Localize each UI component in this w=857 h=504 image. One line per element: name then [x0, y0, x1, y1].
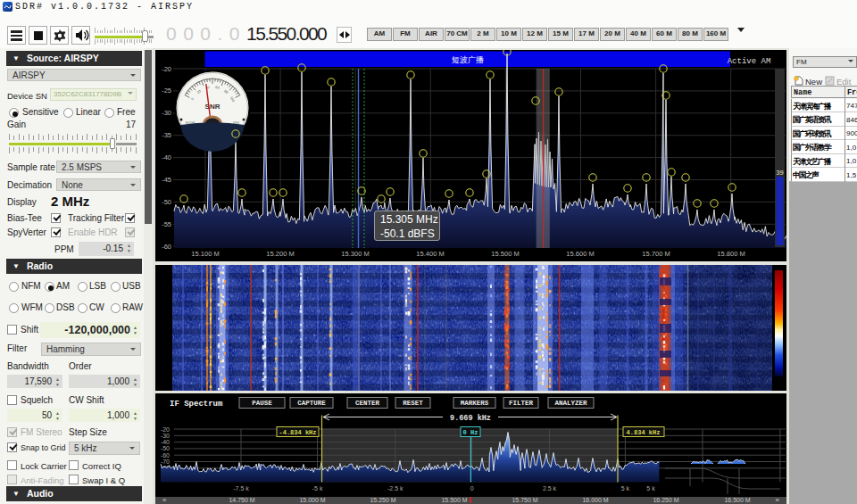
svg-text:MARKERS: MARKERS	[461, 400, 489, 407]
svg-text:-25: -25	[162, 87, 171, 95]
svg-text:-35: -35	[162, 131, 171, 139]
svg-text:15.500 M: 15.500 M	[491, 250, 519, 258]
svg-text:IF Spectrum: IF Spectrum	[170, 399, 223, 408]
svg-text:5 k: 5 k	[621, 484, 630, 491]
svg-text:ANALYZER: ANALYZER	[554, 400, 587, 407]
svg-text:5 k: 5 k	[646, 484, 655, 491]
svg-text:39: 39	[776, 169, 783, 177]
svg-text:-55: -55	[162, 220, 171, 228]
svg-text:-50: -50	[161, 445, 170, 451]
svg-text:FILTER: FILTER	[509, 400, 534, 407]
svg-text:PAUSE: PAUSE	[252, 400, 272, 407]
svg-text:-50: -50	[162, 198, 171, 206]
svg-text:-60: -60	[162, 243, 171, 251]
svg-text:-20: -20	[161, 426, 170, 432]
svg-text:-30: -30	[161, 432, 170, 438]
svg-text:-5 k: -5 k	[312, 484, 323, 491]
svg-text:15.700 M: 15.700 M	[642, 250, 670, 258]
svg-text:15.200 M: 15.200 M	[266, 250, 294, 258]
svg-text:0: 0	[470, 484, 474, 491]
svg-text:-7.5 k: -7.5 k	[233, 484, 249, 491]
svg-text:CAPTURE: CAPTURE	[297, 400, 326, 407]
svg-text:Active AM: Active AM	[728, 57, 771, 66]
svg-text:60: 60	[215, 86, 220, 90]
svg-text:-40: -40	[162, 153, 171, 161]
svg-text:15.100 M: 15.100 M	[191, 250, 219, 258]
svg-text:15.600 M: 15.600 M	[566, 250, 594, 258]
svg-text:短波广播: 短波广播	[452, 55, 484, 64]
svg-text:-45: -45	[162, 176, 171, 184]
svg-text:-70: -70	[161, 459, 170, 465]
svg-text:-20: -20	[162, 65, 171, 73]
svg-text:-2.5 k: -2.5 k	[387, 484, 404, 491]
svg-text:2.5 k: 2.5 k	[543, 484, 557, 491]
svg-text:SNR: SNR	[205, 103, 220, 111]
svg-text:15.400 M: 15.400 M	[416, 250, 444, 258]
svg-text:9.669 kHz: 9.669 kHz	[450, 413, 491, 422]
svg-text:-4.834 kHz: -4.834 kHz	[279, 428, 316, 435]
svg-text:CENTER: CENTER	[355, 400, 380, 407]
svg-text:4.834 kHz: 4.834 kHz	[627, 429, 661, 436]
svg-text:15.800 M: 15.800 M	[717, 250, 745, 258]
svg-text:-40: -40	[161, 439, 170, 445]
svg-text:0 Hz: 0 Hz	[463, 428, 478, 435]
svg-text:-60: -60	[161, 451, 170, 458]
svg-text:15.300 M: 15.300 M	[341, 250, 369, 258]
svg-text:RESET: RESET	[403, 400, 423, 407]
svg-text:-30: -30	[162, 109, 171, 117]
